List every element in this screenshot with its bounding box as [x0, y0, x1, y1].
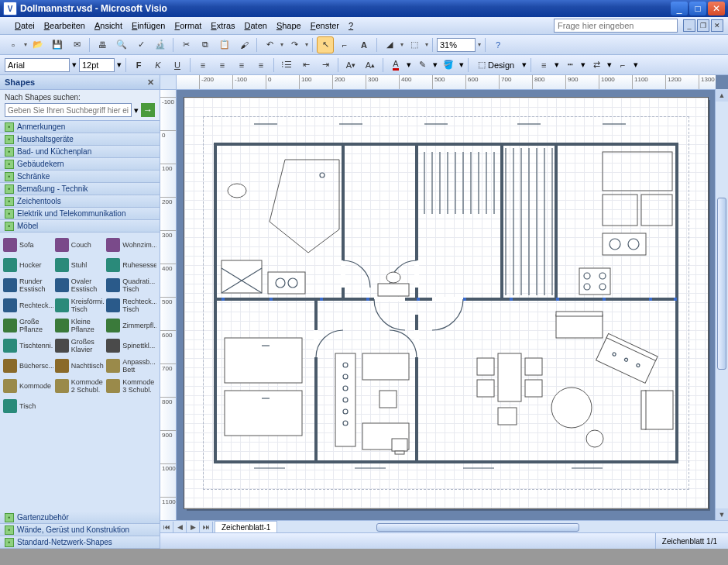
shape-rechteck-tisch[interactable]: Rechteck... Tisch — [106, 296, 156, 315]
shape-spinettkl-[interactable]: Spinettkl... — [106, 336, 156, 355]
increase-font-button[interactable]: A▴ — [362, 57, 379, 74]
menu-fenster[interactable]: Fenster — [306, 19, 344, 32]
stencil-zeichentools[interactable]: ▪Zeichentools — [0, 195, 160, 208]
menu-shape[interactable]: Shape — [272, 19, 306, 32]
shapes-search-go-button[interactable]: → — [141, 103, 155, 117]
shape-quadrati-tisch[interactable]: Quadrati... Tisch — [106, 276, 156, 295]
line-color-button[interactable]: ✎ — [414, 57, 431, 74]
menu-bearbeiten[interactable]: Bearbeiten — [39, 19, 90, 32]
menu-daten[interactable]: Daten — [240, 19, 272, 32]
menu-datei[interactable]: Datei — [10, 19, 39, 32]
line-pattern-button[interactable]: ┅ — [561, 57, 579, 74]
horizontal-ruler[interactable]: -200-10001002003004005006007008009001000… — [176, 75, 716, 90]
decrease-indent-button[interactable]: ⇤ — [297, 57, 314, 74]
last-page-button[interactable]: ⏭ — [200, 522, 213, 533]
menu-extras[interactable]: Extras — [206, 19, 239, 32]
mdi-minimize-button[interactable]: _ — [683, 19, 695, 32]
shapes-dropdown-button[interactable]: ⬚ — [406, 36, 423, 53]
stencil-m-bel[interactable]: ▪Möbel — [0, 220, 160, 233]
undo-button[interactable]: ↶ — [261, 36, 278, 53]
stencil-bad-und-k-chenplan[interactable]: ▪Bad- und Küchenplan — [0, 146, 160, 158]
redo-button[interactable]: ↷ — [286, 36, 303, 53]
hscroll-thumb[interactable] — [376, 523, 579, 532]
shape-runder-esstisch[interactable]: Runder Esstisch — [3, 276, 53, 295]
shape-hocker[interactable]: Hocker — [3, 256, 53, 274]
maximize-button[interactable]: □ — [689, 2, 706, 16]
shape-rechteck-[interactable]: Rechteck... — [3, 296, 53, 315]
drawing-viewport[interactable] — [176, 89, 716, 521]
shape-sofa[interactable]: Sofa — [3, 236, 53, 254]
connector-tool-button[interactable]: ⌐ — [336, 36, 353, 53]
align-right-button[interactable]: ≡ — [233, 57, 250, 74]
shape-ruhesessel[interactable]: Ruhesessel — [106, 256, 156, 274]
shape-wohnzim-[interactable]: Wohnzim... — [106, 236, 156, 254]
shape-nachttisch[interactable]: Nachttisch — [55, 357, 105, 375]
mdi-restore-button[interactable]: ❐ — [697, 19, 709, 32]
shape-kreisf-rmi-tisch[interactable]: Kreisförmi... Tisch — [55, 296, 105, 315]
menu-ansicht[interactable]: Ansicht — [90, 19, 127, 32]
shape-gro-es-klavier[interactable]: Großes Klavier — [55, 336, 105, 355]
stencil-schr-nke[interactable]: ▪Schränke — [0, 171, 160, 183]
mdi-close-button[interactable]: ✕ — [711, 19, 723, 32]
menu-?[interactable]: ? — [344, 19, 358, 32]
shape-b-chersc-[interactable]: Büchersc... — [3, 357, 53, 375]
stencil-geb-udekern[interactable]: ▪Gebäudekern — [0, 158, 160, 171]
shape-kleine-pflanze[interactable]: Kleine Pflanze — [55, 316, 105, 335]
shape-anpassb-bett[interactable]: Anpassb... Bett — [106, 357, 156, 375]
stencil-w-nde-ger-st-und-konstruktion[interactable]: ▪Wände, Gerüst und Konstruktion — [0, 524, 160, 536]
vscroll-down-button[interactable]: ▼ — [716, 508, 728, 521]
shapes-panel-close-button[interactable]: ✕ — [146, 78, 155, 87]
vertical-scrollbar[interactable]: ▲ ▼ — [715, 89, 728, 521]
print-preview-button[interactable]: 🔍 — [113, 36, 130, 53]
font-size-input[interactable] — [79, 58, 115, 72]
shape-zimmerpfl-[interactable]: Zimmerpfl... — [106, 316, 156, 335]
paste-button[interactable]: 📋 — [216, 36, 233, 53]
format-painter-button[interactable]: 🖌 — [235, 36, 252, 53]
shape-kommode-schubl-[interactable]: Kommode 2 Schubl. — [55, 377, 105, 395]
font-name-input[interactable] — [5, 58, 70, 72]
underline-button[interactable]: U — [169, 57, 186, 74]
fill-color-button[interactable]: 🪣 — [440, 57, 457, 74]
shape-kommode-schubl-[interactable]: Kommode 3 Schubl. — [106, 377, 156, 395]
vertical-ruler[interactable]: -100010020030040050060070080090010001100 — [160, 89, 177, 521]
shape-kommode[interactable]: Kommode — [3, 377, 53, 395]
help-button[interactable]: ? — [489, 36, 507, 53]
italic-button[interactable]: K — [149, 57, 167, 74]
print-button[interactable]: 🖶 — [94, 36, 111, 53]
first-page-button[interactable]: ⏮ — [160, 522, 173, 533]
drawing-page[interactable] — [184, 97, 709, 509]
spellcheck-button[interactable]: ✓ — [132, 36, 149, 53]
menu-einfügen[interactable]: Einfügen — [127, 19, 170, 32]
page-tab-1[interactable]: Zeichenblatt-1 — [215, 521, 277, 533]
align-left-button[interactable]: ≡ — [194, 57, 211, 74]
mail-button[interactable]: ✉ — [68, 36, 85, 53]
stencil-standard-netzwerk-shapes[interactable]: ▪Standard-Netzwerk-Shapes — [0, 536, 160, 549]
close-button[interactable]: ✕ — [708, 2, 725, 16]
shape-gro-e-pflanze[interactable]: Große Pflanze — [3, 316, 53, 335]
vscroll-up-button[interactable]: ▲ — [716, 89, 728, 102]
align-justify-button[interactable]: ≡ — [252, 57, 270, 74]
design-button[interactable]: ⬚ Design — [472, 57, 520, 73]
shapes-search-input[interactable] — [5, 103, 132, 117]
stencil-gartenzubeh-r[interactable]: ▪Gartenzubehör — [0, 512, 160, 524]
new-button[interactable]: ▫ — [5, 36, 22, 53]
zoom-input[interactable] — [437, 38, 476, 52]
shape-tisch[interactable]: Tisch — [3, 397, 53, 415]
prev-page-button[interactable]: ◀ — [173, 522, 187, 533]
shape-tischtenni-[interactable]: Tischtenni... — [3, 336, 53, 355]
decrease-font-button[interactable]: A▾ — [342, 57, 359, 74]
vscroll-thumb[interactable] — [717, 198, 726, 370]
copy-button[interactable]: ⧉ — [197, 36, 214, 53]
horizontal-scrollbar[interactable] — [283, 522, 716, 533]
shape-couch[interactable]: Couch — [55, 236, 105, 254]
menu-format[interactable]: Format — [170, 19, 206, 32]
line-ends-button[interactable]: ⇄ — [588, 57, 605, 74]
text-tool-button[interactable]: A — [355, 36, 373, 53]
research-button[interactable]: 🔬 — [152, 36, 169, 53]
cut-button[interactable]: ✂ — [177, 36, 194, 53]
align-center-button[interactable]: ≡ — [214, 57, 231, 74]
increase-indent-button[interactable]: ⇥ — [317, 57, 334, 74]
bullets-button[interactable]: ⁝☰ — [278, 57, 295, 74]
font-color-button[interactable]: A — [387, 57, 404, 74]
open-button[interactable]: 📂 — [29, 36, 46, 53]
